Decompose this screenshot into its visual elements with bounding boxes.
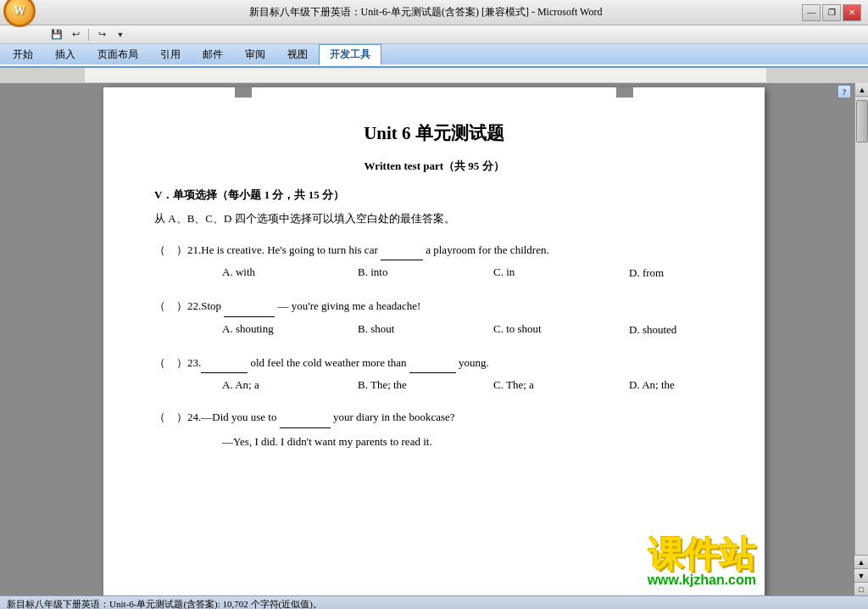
q23-opt-d: D. An; the	[629, 378, 765, 392]
q23-options: A. An; a B. The; the C. The; a D. An; th…	[222, 378, 714, 392]
watermark: 课件站 www.kjzhan.com	[648, 537, 756, 588]
q21-opt-c: C. in	[493, 265, 629, 281]
q21-opt-b: B. into	[358, 265, 493, 281]
status-text: 新目标八年级下册英语：Unit-6-单元测试题(含答案): 10,702 个字符…	[7, 598, 322, 609]
q23-opt-a: A. An; a	[222, 378, 358, 392]
tab-developer[interactable]: 开发工具	[319, 44, 381, 65]
document-page[interactable]: Unit 6 单元测试题 Written test part（共 95 分） V…	[103, 87, 765, 595]
question-21-row: （ ）21. He is creative. He's going to tur…	[154, 240, 714, 260]
q24-text: —Did you use to your diary in the bookca…	[201, 407, 714, 427]
more-button[interactable]: ▼	[113, 27, 128, 42]
page-top-left-marker	[235, 87, 252, 98]
q23-opt-c: C. The; a	[493, 378, 629, 392]
q21-opt-a: A. with	[222, 265, 358, 281]
scroll-bottom-button[interactable]: □	[854, 582, 868, 595]
q21-text: He is creative. He's going to turn his c…	[201, 240, 714, 260]
scroll-thumb[interactable]	[856, 100, 868, 142]
scroll-down-arrow2[interactable]: ▼	[854, 568, 868, 582]
q22-text: Stop — you're giving me a headache!	[201, 296, 714, 316]
minimize-button[interactable]: —	[802, 4, 821, 21]
question-22-row: （ ）22. Stop — you're giving me a headach…	[154, 296, 714, 316]
quick-access-toolbar: 💾 ↩ ↪ ▼	[0, 25, 868, 44]
scroll-up-arrow[interactable]: ▲	[855, 83, 868, 97]
save-button[interactable]: 💾	[49, 27, 64, 42]
vertical-scrollbar[interactable]: ▲ ▲ ▼ □	[854, 83, 868, 595]
tab-review[interactable]: 审阅	[234, 44, 276, 64]
q23-num: （ ）23.	[154, 355, 201, 371]
q23-text: old feel the cold weather more than youn…	[201, 353, 714, 373]
close-button[interactable]: ✕	[843, 4, 861, 21]
status-bar: 新目标八年级下册英语：Unit-6-单元测试题(含答案): 10,702 个字符…	[0, 595, 868, 609]
q21-num: （ ）21.	[154, 243, 201, 258]
office-button[interactable]: W	[3, 0, 36, 27]
window-controls: — ❐ ✕	[802, 4, 861, 21]
tab-home[interactable]: 开始	[2, 44, 44, 64]
left-margin	[0, 83, 68, 595]
title-bar: W 新目标八年级下册英语：Unit-6-单元测试题(含答案) [兼容模式] - …	[0, 0, 868, 25]
redo-button[interactable]: ↪	[94, 27, 109, 42]
q22-options: A. shouting B. shout C. to shout D. shou…	[222, 322, 714, 338]
help-button[interactable]: ?	[837, 85, 851, 98]
q24-reply: —Yes, I did. I didn't want my parents to…	[222, 435, 714, 449]
document-area: Unit 6 单元测试题 Written test part（共 95 分） V…	[0, 83, 868, 595]
q22-opt-d: D. shouted	[629, 322, 765, 338]
q23-opt-b: B. The; the	[358, 378, 493, 392]
ribbon-tabs: 开始 插入 页面布局 引用 邮件 审阅 视图 开发工具	[0, 44, 868, 64]
tab-mailings[interactable]: 邮件	[192, 44, 234, 64]
watermark-url: www.kjzhan.com	[648, 573, 756, 588]
svg-rect-1	[0, 68, 85, 82]
q22-opt-c: C. to shout	[493, 322, 629, 338]
watermark-title: 课件站	[648, 537, 756, 573]
ribbon: 开始 插入 页面布局 引用 邮件 审阅 视图 开发工具	[0, 44, 868, 68]
instruction-text: 从 A、B、C、D 四个选项中选择可以填入空白处的最佳答案。	[154, 211, 714, 226]
ribbon-content	[0, 64, 868, 66]
q22-opt-b: B. shout	[358, 322, 493, 338]
page-top-right-marker	[616, 87, 633, 98]
q22-opt-a: A. shouting	[222, 322, 358, 338]
q22-num: （ ）22.	[154, 299, 201, 314]
q21-opt-d: D. from	[629, 265, 765, 281]
svg-rect-2	[766, 68, 868, 82]
question-23-row: （ ）23. old feel the cold weather more th…	[154, 353, 714, 373]
window-title: 新目标八年级下册英语：Unit-6-单元测试题(含答案) [兼容模式] - Mi…	[49, 5, 802, 20]
document-subtitle: Written test part（共 95 分）	[154, 159, 714, 174]
q21-options: A. with B. into C. in D. from	[222, 265, 714, 281]
tab-references[interactable]: 引用	[149, 44, 192, 64]
ruler-svg	[0, 68, 868, 82]
q24-num: （ ）24.	[154, 410, 201, 425]
svg-rect-0	[0, 68, 868, 82]
ruler	[0, 68, 868, 83]
tab-view[interactable]: 视图	[276, 44, 319, 64]
restore-button[interactable]: ❐	[822, 4, 841, 21]
tab-page-layout[interactable]: 页面布局	[86, 44, 149, 64]
scroll-down-arrow1[interactable]: ▲	[854, 555, 868, 568]
section-header: V．单项选择（每小题 1 分，共 15 分）	[154, 187, 714, 203]
tab-insert[interactable]: 插入	[44, 44, 86, 64]
undo-button[interactable]: ↩	[68, 27, 83, 42]
question-24-row: （ ）24. —Did you use to your diary in the…	[154, 407, 714, 427]
document-title: Unit 6 单元测试题	[154, 121, 714, 145]
